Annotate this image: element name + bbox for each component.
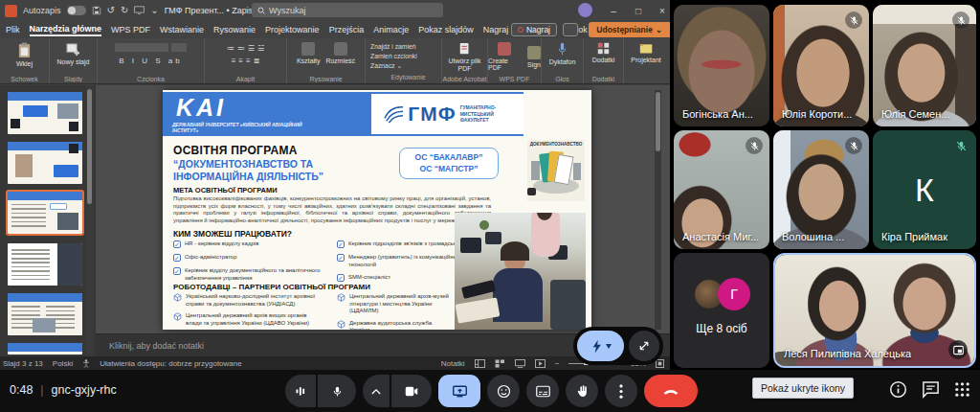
new-slide-label[interactable]: Nowy slajd	[57, 58, 90, 65]
checkbox-icon	[173, 267, 181, 275]
share-button[interactable]: Udostępnianie⌄	[589, 22, 670, 37]
search-input[interactable]: Wyszukaj	[252, 3, 443, 17]
more-participants-tile[interactable]: Г Ще 8 осіб	[674, 253, 769, 368]
dictate-icon[interactable]	[557, 42, 568, 57]
new-slide-icon[interactable]	[66, 42, 80, 57]
find-button[interactable]: Znajdź i zamień	[370, 42, 441, 52]
autosave-toggle[interactable]	[67, 6, 86, 15]
undo-icon[interactable]: ↺	[107, 6, 115, 15]
arrange-label: Rozmieść	[325, 57, 355, 64]
active-speaker-tile[interactable]: Леся Пилипівна Халецька	[773, 253, 976, 368]
save-icon[interactable]	[92, 6, 101, 15]
zoom-out-button[interactable]: −	[555, 359, 560, 368]
audio-level-indicator[interactable]	[285, 375, 316, 407]
close-button[interactable]: ×	[652, 0, 673, 21]
arrange-button[interactable]: Rozmieść	[325, 42, 355, 64]
participant-tile[interactable]: Юлія Семен...	[873, 5, 976, 126]
paste-label[interactable]: Wklej	[16, 60, 33, 67]
partner-item: Центральний державний архів вищих органі…	[173, 312, 317, 327]
participant-tile[interactable]: Анастасія Миг...	[674, 130, 769, 249]
slide-thumbnail-1[interactable]	[8, 92, 82, 134]
create-pdf-icon[interactable]	[458, 42, 472, 56]
tab-wstawianie[interactable]: Wstawianie	[160, 25, 204, 34]
select-button[interactable]: Zaznacz ⌄	[370, 61, 441, 71]
accessibility-status[interactable]: Ułatwienia dostępu: dobrze przygotowane	[100, 359, 242, 368]
wps-sign-button[interactable]: Sign	[527, 46, 541, 68]
share-chevron-icon: ⌄	[656, 25, 662, 34]
notes-toggle[interactable]: Notatki	[441, 359, 465, 368]
create-pdf-label[interactable]: Utwórz plik PDF	[442, 57, 487, 74]
chat-icon[interactable]	[922, 380, 940, 399]
font-size-select[interactable]	[171, 43, 187, 52]
slideshow-icon[interactable]	[134, 6, 145, 15]
record-button[interactable]: Nagraj	[511, 23, 557, 36]
normal-view-icon[interactable]	[475, 359, 485, 368]
tab-animacje[interactable]: Animacje	[373, 25, 409, 34]
camera-button[interactable]	[391, 375, 432, 407]
participant-tile[interactable]: Богінська Ан...	[674, 5, 769, 126]
paste-icon[interactable]	[17, 42, 32, 58]
participant-tile[interactable]: Юлія Короти...	[773, 5, 869, 126]
editor-scrollbar[interactable]	[655, 90, 661, 330]
group-label: Schowek	[0, 76, 49, 82]
stop-presenting-button[interactable]	[438, 375, 480, 407]
current-slide[interactable]: KAI ДЕРЖАВНИЙ УНІВЕРСИТЕТ «КИЇВСЬКИЙ АВІ…	[163, 90, 591, 330]
font-name-select[interactable]	[115, 43, 168, 52]
thumbnail-scrollbar-thumb[interactable]	[87, 89, 92, 204]
wps-create-pdf-button[interactable]: Create PDF	[488, 42, 521, 71]
expand-presentation-button[interactable]	[629, 331, 659, 361]
camera-options-button[interactable]	[363, 375, 390, 407]
font-style-buttons[interactable]: B I U S ab	[98, 57, 204, 65]
list-buttons[interactable]: ≔≕☰☱	[205, 44, 286, 53]
career-label: Керівник відділу документаційного та ана…	[185, 267, 326, 282]
maximize-button[interactable]: □	[628, 0, 649, 21]
editor-scrollbar-thumb[interactable]	[656, 92, 660, 151]
tab-przejscia[interactable]: Przejścia	[329, 25, 365, 34]
tab-plik[interactable]: Plik	[6, 25, 20, 34]
designer-icon[interactable]	[639, 42, 654, 55]
reading-view-icon[interactable]	[515, 359, 525, 368]
clipart-detail	[531, 161, 540, 180]
participant-tile[interactable]: К Кіра Приймак	[873, 130, 976, 249]
quick-access-chevron-icon[interactable]: ⌄	[150, 6, 158, 15]
addins-icon[interactable]	[597, 42, 610, 55]
ribbon-tabs: Plik Narzędzia główne WPS PDF Wstawianie…	[0, 21, 670, 38]
slideshow-view-icon[interactable]	[535, 359, 546, 368]
mic-button[interactable]	[318, 375, 356, 407]
slide-thumbnail-6[interactable]	[8, 343, 82, 355]
shapes-button[interactable]: Kształty	[297, 42, 321, 64]
tab-wps-pdf[interactable]: WPS PDF	[111, 25, 150, 34]
account-avatar[interactable]	[578, 3, 592, 17]
captions-button[interactable]	[526, 375, 559, 407]
tab-pokaz-slajdow[interactable]: Pokaz slajdów	[418, 25, 474, 34]
replace-fonts-button[interactable]: Zamień czcionki	[370, 52, 441, 61]
designer-label[interactable]: Projektant	[631, 57, 661, 63]
more-options-button[interactable]	[605, 375, 637, 407]
picture-in-picture-icon[interactable]	[948, 340, 968, 359]
participant-tile[interactable]: Волошина ...	[773, 130, 869, 249]
reactions-button[interactable]	[487, 375, 520, 407]
slide-sorter-icon[interactable]	[495, 359, 505, 368]
end-call-button[interactable]	[644, 375, 698, 407]
raise-hand-button[interactable]	[566, 375, 598, 407]
dictate-label[interactable]: Dyktafon	[549, 58, 576, 65]
thumbnail-scrollbar[interactable]	[86, 85, 93, 356]
presenting-controls-button[interactable]	[577, 331, 624, 361]
minimize-button[interactable]: –	[603, 0, 624, 21]
tab-rysowanie[interactable]: Rysowanie	[213, 25, 256, 34]
language-indicator[interactable]: Polski	[53, 359, 73, 368]
slide-thumbnail-2[interactable]	[8, 142, 82, 184]
tab-nagraj[interactable]: Nagraj	[483, 25, 509, 34]
tab-projektowanie[interactable]: Projektowanie	[265, 25, 320, 34]
comments-button[interactable]	[563, 23, 578, 36]
align-buttons[interactable]: ≡≡≡≣	[205, 57, 286, 65]
career-option: HR - керівник відділу кадрів	[173, 240, 326, 248]
slide-thumbnail-5[interactable]	[8, 293, 82, 335]
tab-narzedzia-glowne[interactable]: Narzędzia główne	[30, 24, 102, 36]
slide-thumbnail-3-selected[interactable]	[8, 192, 82, 234]
info-icon[interactable]	[889, 380, 907, 399]
slide-thumbnail-4[interactable]	[8, 243, 82, 286]
redo-icon[interactable]: ↻	[121, 6, 128, 15]
apps-grid-icon[interactable]	[954, 381, 970, 398]
addins-label[interactable]: Dodatki	[592, 57, 615, 63]
